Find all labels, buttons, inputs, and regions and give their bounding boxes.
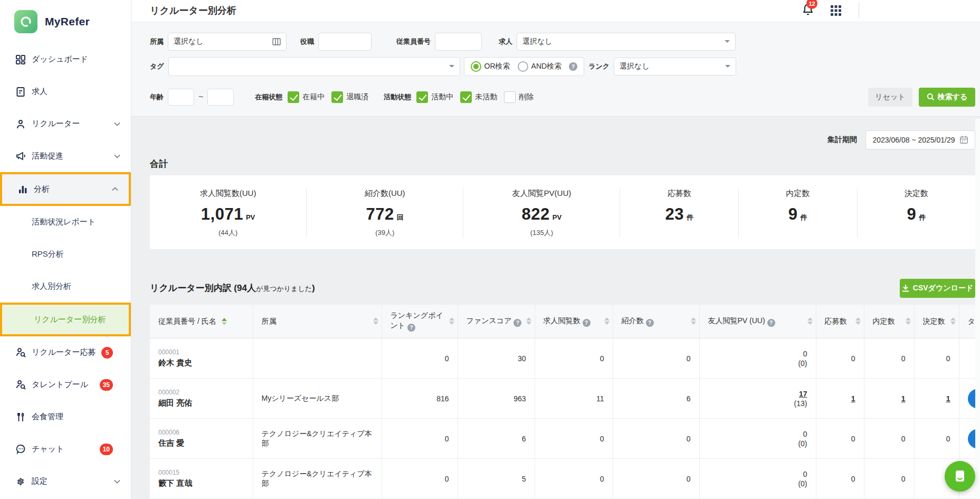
sort-icon[interactable] bbox=[807, 317, 813, 325]
column-header[interactable]: 紹介数? bbox=[613, 305, 699, 338]
help-icon[interactable]: ? bbox=[513, 319, 521, 327]
checkbox-未活動[interactable]: 未活動 bbox=[460, 91, 497, 103]
column-header[interactable]: 求人閲覧数? bbox=[535, 305, 613, 338]
sort-icon[interactable] bbox=[526, 317, 531, 325]
help-icon[interactable]: ? bbox=[407, 324, 415, 332]
help-icon[interactable]: ? bbox=[767, 319, 775, 327]
department-select[interactable]: 選択なし bbox=[168, 33, 287, 51]
employee-no-input[interactable] bbox=[435, 33, 482, 51]
employee-no-label: 従業員番号 bbox=[396, 37, 431, 46]
column-header[interactable]: 決定数 bbox=[914, 305, 959, 338]
sidebar-item-rps-analysis[interactable]: RPS分析 bbox=[0, 238, 131, 270]
sidebar-item-activity-report[interactable]: 活動状況レポート bbox=[0, 206, 131, 238]
chat-widget-icon bbox=[952, 468, 968, 484]
sidebar-item-settings[interactable]: 設定 bbox=[0, 465, 131, 497]
help-icon[interactable]: ? bbox=[569, 62, 577, 71]
sort-icon[interactable] bbox=[373, 317, 378, 325]
age-to-input[interactable] bbox=[207, 89, 234, 106]
sidebar-item-label: リクルーター別分析 bbox=[34, 315, 106, 325]
sidebar-item-recruiter-applications[interactable]: リクルーター応募 5 bbox=[0, 336, 131, 369]
tag-select[interactable] bbox=[168, 57, 460, 76]
cell-applications-link[interactable]: 1 bbox=[816, 379, 864, 419]
age-label: 年齢 bbox=[150, 92, 164, 102]
sidebar-item-recruiters[interactable]: リクルーター bbox=[0, 108, 131, 140]
checkbox-活動中[interactable]: 活動中 bbox=[416, 91, 453, 103]
rank-label: ランク bbox=[588, 62, 610, 71]
scrollbar-track[interactable] bbox=[975, 119, 980, 499]
checkbox-label: 活動中 bbox=[431, 92, 453, 102]
sidebar-item-jobs[interactable]: 求人 bbox=[0, 76, 131, 108]
cell-tags bbox=[959, 379, 975, 419]
cell-fan-score: 963 bbox=[458, 379, 535, 419]
rank-select[interactable]: 選択なし bbox=[614, 58, 736, 76]
column-header[interactable]: 応募数 bbox=[816, 305, 864, 338]
checkbox-label: 削除 bbox=[519, 92, 534, 102]
value-link[interactable]: 17 bbox=[708, 390, 807, 398]
checkbox-label: 退職済 bbox=[346, 92, 368, 102]
cell-offers-link[interactable]: 1 bbox=[864, 379, 914, 419]
or-search-radio[interactable]: OR検索 bbox=[471, 61, 510, 72]
chat-widget-button[interactable] bbox=[945, 461, 975, 492]
sidebar-item-activity-promotion[interactable]: 活動促進 bbox=[0, 140, 131, 172]
column-header[interactable]: ファンスコア? bbox=[458, 305, 535, 338]
sidebar-item-label: 活動促進 bbox=[32, 151, 63, 161]
person-search-icon bbox=[15, 347, 26, 359]
help-icon[interactable]: ? bbox=[646, 319, 654, 327]
table-row: 000015籔下 直哉 テクノロジー&クリエイティブ本部 0 5 0 0 0(0… bbox=[150, 459, 975, 499]
column-header[interactable]: 内定数 bbox=[864, 305, 914, 338]
job-select[interactable]: 選択なし bbox=[517, 33, 736, 51]
sort-icon[interactable] bbox=[691, 317, 696, 325]
cell-introductions: 0 bbox=[613, 419, 699, 459]
column-header[interactable]: ランキングポイント? bbox=[382, 305, 458, 338]
app-title: MyRefer bbox=[45, 15, 90, 28]
department-label: 所属 bbox=[150, 37, 164, 46]
sort-icon[interactable] bbox=[950, 317, 956, 325]
csv-download-button[interactable]: CSVダウンロード bbox=[900, 279, 975, 298]
sidebar-item-dashboard[interactable]: ダッシュボード bbox=[0, 43, 131, 76]
sidebar-item-chat[interactable]: チャット 10 bbox=[0, 433, 131, 465]
app-window: MyRefer ダッシュボード 求人 リクルーター 活動促進 bbox=[0, 0, 980, 499]
logo[interactable]: MyRefer bbox=[0, 0, 131, 43]
column-header[interactable]: 所属 bbox=[253, 305, 382, 338]
period-date-range-input[interactable]: 2023/06/08 ~ 2025/01/29 bbox=[865, 130, 975, 149]
sidebar-item-talent-pool[interactable]: タレントプール 35 bbox=[0, 369, 131, 401]
sidebar-item-dining-management[interactable]: 会食管理 bbox=[0, 401, 131, 433]
cell-ranking-points: 0 bbox=[382, 419, 458, 459]
checkbox-削除[interactable]: 削除 bbox=[504, 91, 534, 103]
sidebar-item-recruiter-analysis[interactable]: リクルーター別分析 bbox=[2, 305, 129, 334]
sort-icon[interactable] bbox=[604, 317, 610, 325]
checkbox-checked-icon bbox=[460, 91, 472, 103]
checkbox-在籍中[interactable]: 在籍中 bbox=[288, 91, 325, 103]
summary-stat: 決定数 9件 bbox=[857, 189, 976, 238]
notification-badge: 5 bbox=[101, 347, 113, 359]
age-from-input[interactable] bbox=[168, 89, 194, 106]
sort-icon[interactable] bbox=[222, 318, 227, 325]
and-search-radio[interactable]: AND検索 bbox=[518, 61, 562, 72]
totals-title: 合計 bbox=[150, 158, 975, 170]
column-header[interactable]: 友人閲覧PV (UU)? bbox=[699, 305, 816, 338]
stat-sub-count: (135人) bbox=[468, 228, 615, 238]
column-header[interactable]: タグ bbox=[959, 305, 975, 338]
search-button[interactable]: 検索する bbox=[919, 88, 975, 107]
app-grid-icon bbox=[830, 5, 842, 16]
tag-avatar[interactable] bbox=[968, 429, 976, 448]
dashboard-icon bbox=[15, 54, 26, 65]
cell-hires-link[interactable]: 1 bbox=[914, 379, 959, 419]
sidebar-item-analysis[interactable]: 分析 bbox=[2, 174, 129, 204]
sort-icon[interactable] bbox=[906, 317, 911, 325]
help-icon[interactable]: ? bbox=[583, 319, 591, 327]
tag-avatar[interactable] bbox=[968, 389, 976, 408]
sort-icon[interactable] bbox=[855, 317, 861, 325]
checkbox-退職済[interactable]: 退職済 bbox=[331, 91, 368, 103]
sort-icon[interactable] bbox=[449, 317, 454, 325]
column-header[interactable]: 従業員番号 / 氏名 bbox=[150, 305, 253, 338]
sidebar: MyRefer ダッシュボード 求人 リクルーター 活動促進 bbox=[0, 0, 131, 499]
position-input[interactable] bbox=[318, 33, 372, 51]
sidebar-item-job-analysis[interactable]: 求人別分析 bbox=[0, 270, 131, 303]
cell-friend-pv: 0(0) bbox=[699, 459, 816, 499]
app-grid-button[interactable] bbox=[830, 5, 842, 16]
reset-button[interactable]: リセット bbox=[868, 88, 912, 107]
tag-label: タグ bbox=[150, 62, 164, 71]
notifications-button[interactable]: 12 bbox=[802, 3, 814, 18]
stat-value: 23件 bbox=[624, 205, 734, 224]
